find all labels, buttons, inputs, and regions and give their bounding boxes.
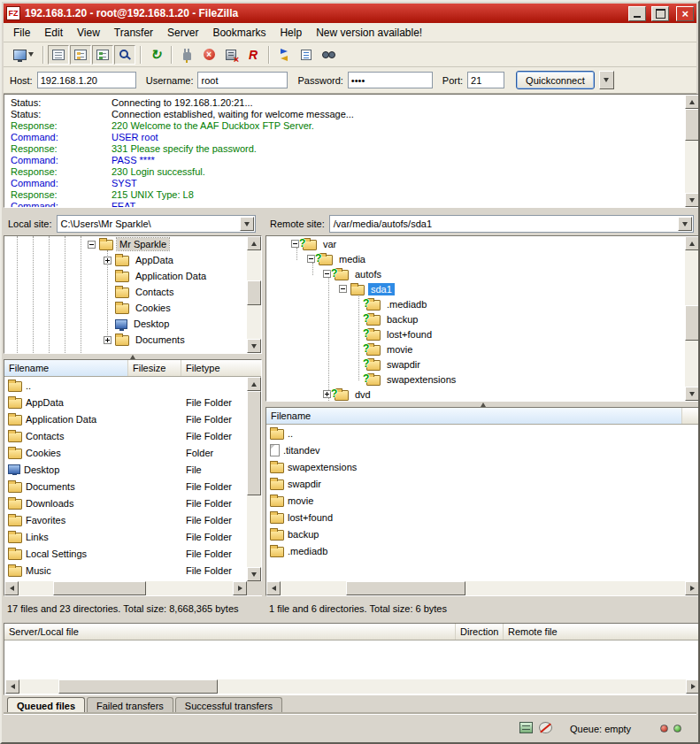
title-bar[interactable]: FZ 192.168.1.20 - root@192.168.1.20 - Fi… [4, 4, 696, 23]
menu-file[interactable]: File [6, 24, 37, 42]
local-tree-item[interactable]: Documents [4, 332, 261, 348]
remote-tree-item[interactable]: media [266, 251, 699, 266]
file-row[interactable]: Cookies Folder [4, 444, 261, 461]
scrollbar-thumb[interactable] [247, 391, 261, 495]
quickconnect-button[interactable]: Quickconnect [516, 71, 595, 89]
local-tree-item[interactable]: AppData [4, 252, 261, 268]
file-row[interactable]: Links File Folder [4, 528, 261, 545]
menu-new-version[interactable]: New version available! [309, 24, 429, 42]
port-input[interactable] [467, 72, 504, 88]
file-row[interactable]: backup [266, 525, 699, 542]
remote-tree-item[interactable]: autofs [266, 266, 699, 281]
file-row[interactable]: Documents File Folder [4, 478, 261, 495]
file-row[interactable]: .titandev [266, 441, 699, 458]
username-input[interactable] [197, 72, 288, 88]
remote-treeview-toggle-button[interactable] [92, 45, 113, 65]
scroll-down-button[interactable] [247, 567, 261, 581]
tab-queued-files[interactable]: Queued files [7, 697, 85, 715]
host-input[interactable] [37, 72, 136, 88]
remote-tree-item[interactable]: sda1 [266, 281, 699, 296]
menu-server[interactable]: Server [160, 24, 205, 42]
local-treeview-toggle-button[interactable] [70, 45, 91, 65]
scroll-up-button[interactable] [247, 236, 261, 250]
scroll-left-button[interactable] [4, 581, 19, 595]
synchronized-browsing-button[interactable] [296, 45, 317, 65]
expand-icon[interactable] [104, 257, 112, 265]
scroll-left-button[interactable] [266, 581, 281, 595]
scrollbar-thumb[interactable] [346, 581, 465, 595]
local-tree-item[interactable]: Application Data [4, 268, 261, 284]
scrollbar-thumb[interactable] [685, 305, 699, 341]
close-button[interactable] [676, 6, 694, 21]
collapse-icon[interactable] [88, 241, 96, 249]
remote-tree-item[interactable]: .mediadb [266, 296, 699, 311]
combo-dropdown-button[interactable] [678, 217, 692, 231]
scrollbar-thumb[interactable] [247, 280, 261, 305]
file-row[interactable]: AppData File Folder [4, 394, 261, 410]
kill-connection-button[interactable] [176, 45, 197, 65]
menu-edit[interactable]: Edit [37, 24, 70, 42]
file-row[interactable]: .. [4, 377, 261, 394]
scroll-up-button[interactable] [247, 377, 261, 391]
remote-tree-item[interactable]: movie [266, 341, 699, 357]
file-row[interactable]: swapextensions [266, 458, 699, 475]
expand-icon[interactable] [323, 390, 331, 398]
file-row[interactable]: Music File Folder [4, 562, 261, 579]
disconnect-button[interactable] [220, 45, 242, 65]
scrollbar-thumb[interactable] [58, 679, 218, 694]
scrollbar-thumb[interactable] [53, 581, 146, 595]
file-row[interactable]: Local Settings File Folder [4, 545, 261, 562]
queue-horizontal-scrollbar[interactable] [5, 679, 700, 694]
message-log-toggle-button[interactable] [48, 45, 69, 65]
local-list-vertical-scrollbar[interactable] [247, 377, 261, 581]
file-row[interactable]: Contacts File Folder [4, 427, 261, 444]
remote-tree-item[interactable]: backup [266, 311, 699, 326]
file-row[interactable]: .. [266, 425, 699, 441]
scroll-right-button[interactable] [686, 679, 700, 694]
menu-help[interactable]: Help [273, 24, 309, 42]
menu-view[interactable]: View [70, 24, 107, 42]
remote-tree-vertical-scrollbar[interactable] [685, 236, 699, 401]
file-row[interactable]: Desktop File [4, 461, 261, 478]
file-row[interactable]: Favorites File Folder [4, 511, 261, 528]
column-header-filesize[interactable]: Filesize [128, 360, 181, 376]
column-header-direction[interactable]: Direction [456, 624, 504, 640]
local-tree-item[interactable]: Mr Sparkle [4, 236, 261, 252]
log-vertical-scrollbar[interactable] [685, 95, 699, 207]
local-tree-item[interactable]: Contacts [4, 284, 261, 300]
local-tree-vertical-scrollbar[interactable] [247, 236, 261, 353]
collapse-icon[interactable] [307, 255, 315, 263]
scroll-down-button[interactable] [685, 193, 699, 207]
file-row[interactable]: movie [266, 492, 699, 509]
column-header-remote-file[interactable]: Remote file [504, 624, 699, 640]
remote-tree-item[interactable]: lost+found [266, 326, 699, 341]
scroll-down-button[interactable] [685, 387, 699, 401]
local-tree-item[interactable]: Desktop [4, 316, 261, 332]
file-row[interactable]: Downloads File Folder [4, 495, 261, 511]
column-header-filename[interactable]: Filename [266, 408, 682, 424]
scroll-right-button[interactable] [233, 581, 247, 595]
tab-failed-transfers[interactable]: Failed transfers [87, 697, 173, 715]
local-site-combobox[interactable]: C:\Users\Mr Sparkle\ [57, 215, 256, 233]
combo-dropdown-button[interactable] [240, 217, 254, 231]
scroll-up-button[interactable] [685, 236, 699, 250]
scrollbar-thumb[interactable] [685, 109, 699, 141]
collapse-icon[interactable] [339, 285, 347, 293]
transfer-queue-toggle-button[interactable] [114, 45, 135, 65]
remote-site-combobox[interactable]: /var/media/autofs/sda1 [329, 215, 694, 233]
remote-list-horizontal-scrollbar[interactable] [266, 581, 699, 595]
scroll-left-button[interactable] [5, 679, 19, 694]
remote-tree-item[interactable]: dvd [266, 387, 699, 402]
maximize-button[interactable] [651, 6, 669, 21]
column-header-server-local-file[interactable]: Server/Local file [4, 624, 456, 640]
local-list-horizontal-scrollbar[interactable] [4, 581, 247, 595]
cancel-button[interactable] [198, 45, 219, 65]
menu-transfer[interactable]: Transfer [107, 24, 160, 42]
scroll-down-button[interactable] [247, 339, 261, 353]
minimize-button[interactable] [628, 6, 646, 21]
file-row[interactable]: swapdir [266, 475, 699, 492]
collapse-icon[interactable] [323, 270, 331, 278]
collapse-icon[interactable] [291, 240, 299, 248]
remote-tree-item[interactable]: var [266, 236, 699, 251]
find-files-button[interactable] [318, 45, 339, 65]
